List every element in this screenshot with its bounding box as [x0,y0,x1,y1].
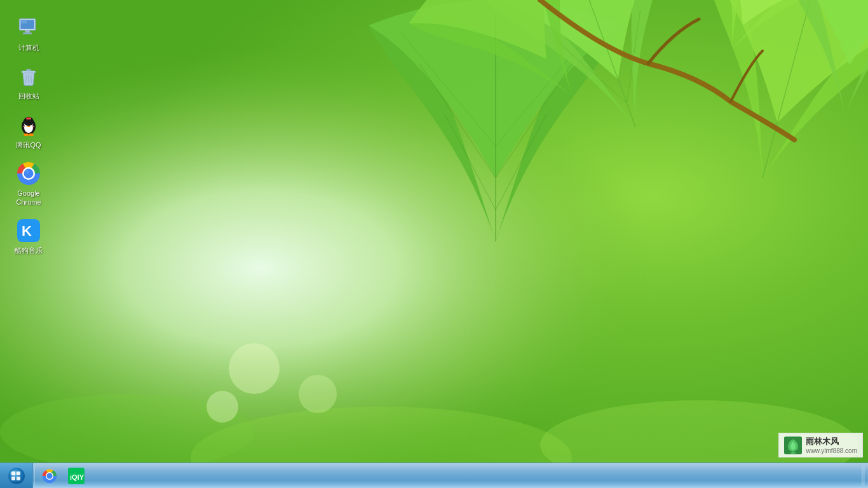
qq-icon[interactable]: 腾讯QQ [3,110,54,152]
svg-rect-25 [26,69,31,71]
svg-point-18 [299,375,337,413]
google-chrome-icon-label: GoogleChrome [16,189,41,207]
recycle-bin-icon-label: 回收站 [18,92,39,100]
svg-rect-56 [11,477,15,480]
svg-line-12 [763,0,815,178]
iqiyi-icon: iQIY [68,468,85,484]
watermark: 雨林木风 www.ylmf888.com [778,433,863,458]
taskbar-iqiyi-button[interactable]: iQIY [64,463,89,489]
svg-point-46 [24,168,34,178]
system-tray [860,463,868,488]
svg-rect-1 [0,0,868,488]
svg-point-16 [229,343,280,394]
show-desktop-button[interactable] [862,466,865,485]
recycle-bin-icon-image [16,64,41,89]
watermark-title: 雨林木风 [806,436,857,447]
svg-line-11 [599,10,668,103]
svg-rect-57 [17,477,20,480]
kuwo-music-icon[interactable]: K 酷狗音乐 [3,215,54,257]
google-chrome-icon[interactable]: GoogleChrome [3,158,54,210]
svg-line-6 [496,64,572,178]
google-chrome-icon-image [16,161,41,186]
svg-point-58 [10,471,18,476]
computer-icon-image [16,15,41,41]
svg-line-5 [419,64,496,178]
svg-point-42 [24,133,29,136]
watermark-text-block: 雨林木风 www.ylmf888.com [806,436,857,454]
svg-rect-41 [26,118,31,119]
svg-point-60 [46,473,52,478]
computer-icon[interactable]: 计算机 [3,13,54,55]
svg-text:iQIY: iQIY [70,473,85,481]
kuwo-music-icon-image: K [16,218,41,243]
svg-point-38 [23,125,25,126]
qq-icon-label: 腾讯QQ [16,140,41,149]
svg-line-9 [570,0,635,127]
watermark-url: www.ylmf888.com [806,447,857,454]
svg-line-7 [400,32,496,146]
watermark-logo [784,437,802,454]
kuwo-music-icon-label: 酷狗音乐 [15,246,43,255]
svg-rect-21 [25,30,30,33]
qq-icon-image [16,112,41,138]
computer-icon-label: 计算机 [18,43,39,52]
svg-line-8 [496,32,591,146]
taskbar-chrome-button[interactable] [37,463,62,489]
svg-rect-23 [21,20,27,24]
svg-text:K: K [22,223,32,239]
svg-rect-22 [23,32,32,34]
svg-point-43 [29,133,34,136]
svg-line-4 [496,114,546,210]
taskbar: iQIY [0,463,868,488]
svg-rect-0 [0,0,868,488]
svg-point-39 [32,125,34,126]
svg-point-53 [8,468,25,484]
svg-point-17 [207,391,238,423]
start-button[interactable] [0,463,33,489]
svg-line-10 [557,25,627,118]
svg-point-14 [0,394,254,470]
recycle-bin-icon[interactable]: 回收站 [3,61,54,103]
desktop: 计算机 回收站 [0,0,868,488]
desktop-icons-container: 计算机 回收站 [0,6,57,264]
svg-point-47 [25,170,29,173]
svg-line-3 [445,114,496,210]
